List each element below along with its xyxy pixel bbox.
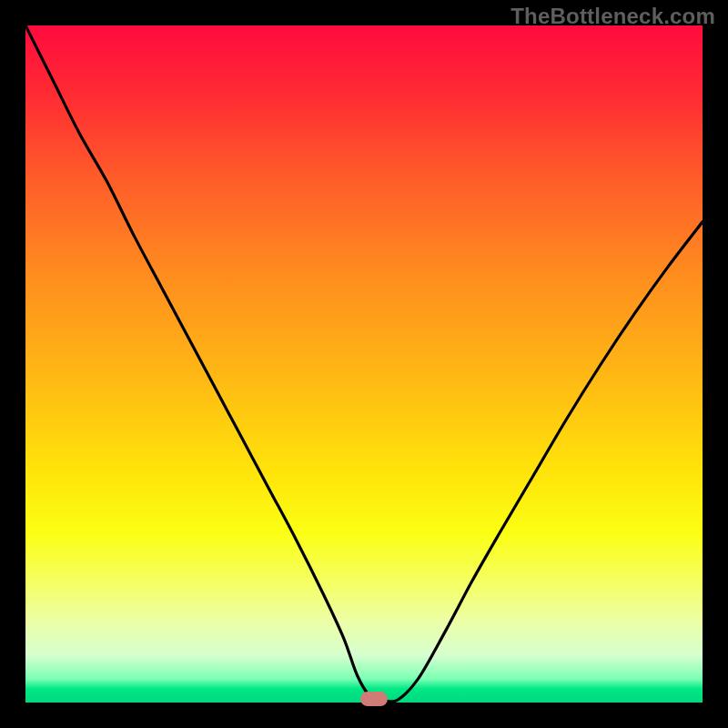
- bottleneck-curve: [25, 25, 703, 702]
- watermark-text: TheBottleneck.com: [511, 4, 715, 29]
- curve-svg: [25, 25, 703, 703]
- optimal-point-marker: [360, 692, 388, 706]
- plot-area: [25, 25, 703, 703]
- chart-frame: TheBottleneck.com: [0, 0, 728, 728]
